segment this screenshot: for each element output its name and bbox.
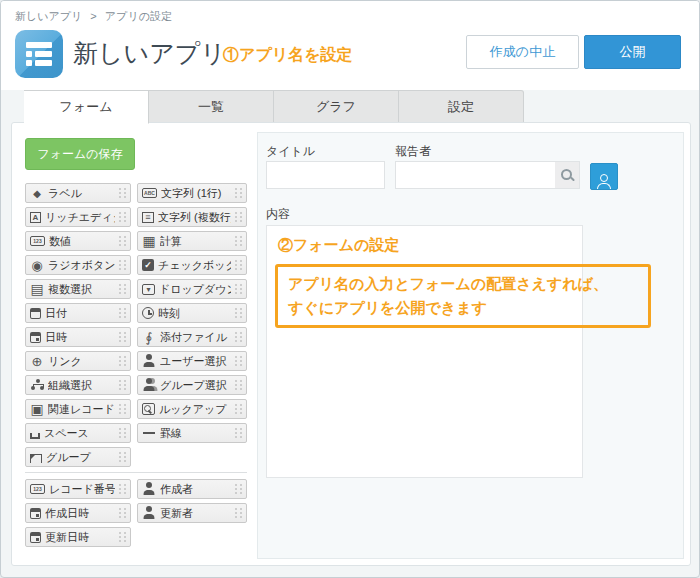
breadcrumb-item-settings[interactable]: アプリの設定	[105, 10, 172, 22]
palette-item[interactable]: ユーザー選択	[137, 351, 247, 371]
palette-item[interactable]: 作成日時	[25, 503, 131, 523]
drag-handle-icon[interactable]	[119, 308, 127, 319]
drag-handle-icon[interactable]	[119, 188, 127, 199]
drag-handle-icon[interactable]	[119, 484, 127, 495]
time-icon	[142, 307, 154, 319]
palette-item-label: レコード番号	[49, 482, 115, 497]
drag-handle-icon[interactable]	[119, 532, 127, 543]
drag-handle-icon[interactable]	[119, 508, 127, 519]
save-form-button[interactable]: フォームの保存	[25, 138, 135, 170]
drag-handle-icon[interactable]	[119, 260, 127, 271]
palette-item[interactable]: 罫線	[137, 423, 247, 443]
palette-item[interactable]: ドロップダウン	[137, 279, 247, 299]
tab-bar: フォーム 一覧 グラフ 設定	[1, 90, 700, 123]
palette-item[interactable]: 組織選択	[25, 375, 131, 395]
link-icon	[30, 354, 44, 368]
palette-item-label: 罫線	[160, 426, 231, 441]
drag-handle-icon[interactable]	[119, 404, 127, 415]
title-field-input[interactable]	[266, 161, 385, 189]
palette-item[interactable]: 数値	[25, 231, 131, 251]
drag-handle-icon[interactable]	[235, 332, 243, 343]
palette-item-label: ラジオボタン	[48, 258, 115, 273]
palette-item[interactable]: 文字列 (複数行)	[137, 207, 247, 227]
annotation-note: アプリ名の入力とフォームの配置さえすれば、 すぐにアプリを公開できます	[275, 264, 651, 328]
drag-handle-icon[interactable]	[235, 404, 243, 415]
app-list-icon[interactable]	[15, 30, 63, 78]
user-select-icon	[142, 354, 156, 368]
drag-handle-icon[interactable]	[119, 380, 127, 391]
palette-item[interactable]: ラベル	[25, 183, 131, 203]
reporter-field	[395, 161, 580, 189]
breadcrumb-item-app[interactable]: 新しいアプリ	[15, 10, 82, 22]
drag-handle-icon[interactable]	[235, 236, 243, 247]
drag-handle-icon[interactable]	[119, 452, 127, 463]
palette-item[interactable]: リンク	[25, 351, 131, 371]
drag-handle-icon[interactable]	[119, 212, 127, 223]
palette-item[interactable]: 作成者	[137, 479, 247, 499]
drag-handle-icon[interactable]	[235, 284, 243, 295]
palette-item-label: 更新者	[160, 506, 231, 521]
creator-icon	[142, 482, 156, 496]
palette-item-label: 日付	[45, 306, 115, 321]
drag-handle-icon[interactable]	[235, 260, 243, 271]
palette-item[interactable]: 計算	[137, 231, 247, 251]
title-field-label: タイトル	[266, 143, 315, 160]
publish-button[interactable]: 公開	[584, 35, 681, 69]
updated-time-icon	[30, 532, 41, 543]
tab-label: フォーム	[60, 99, 113, 114]
palette-item[interactable]: 日時	[25, 327, 131, 347]
dropdown-icon	[142, 284, 155, 295]
tab-graph[interactable]: グラフ	[274, 90, 399, 123]
content-field-textarea[interactable]	[266, 225, 583, 478]
reporter-search-button[interactable]	[555, 162, 579, 188]
drag-handle-icon[interactable]	[235, 484, 243, 495]
drag-handle-icon[interactable]	[119, 428, 127, 439]
palette-item[interactable]: グループ選択	[137, 375, 247, 395]
form-preview-area: タイトル 報告者 内容 ②フォームの設定 アプリ名の入力とフォームの配置さえすれ…	[257, 132, 684, 559]
palette-item-label: スペース	[44, 426, 115, 441]
palette-item[interactable]: チェックボックス	[137, 255, 247, 275]
drag-handle-icon[interactable]	[235, 188, 243, 199]
modifier-icon	[142, 506, 156, 520]
palette-item[interactable]: 複数選択	[25, 279, 131, 299]
palette-item[interactable]: 更新者	[137, 503, 247, 523]
palette-item[interactable]: スペース	[25, 423, 131, 443]
palette-item[interactable]: ラジオボタン	[25, 255, 131, 275]
palette-item[interactable]: 日付	[25, 303, 131, 323]
drag-handle-icon[interactable]	[119, 284, 127, 295]
reporter-field-label: 報告者	[395, 143, 431, 160]
breadcrumb-separator: >	[90, 10, 96, 22]
tab-form[interactable]: フォーム	[24, 90, 149, 124]
tab-list[interactable]: 一覧	[149, 90, 274, 123]
palette-item-label: 文字列 (複数行)	[158, 210, 231, 225]
tab-label: グラフ	[316, 99, 356, 114]
tab-settings[interactable]: 設定	[399, 90, 524, 123]
user-picker-button[interactable]	[590, 163, 618, 190]
palette-item-label: ユーザー選択	[160, 354, 231, 369]
drag-handle-icon[interactable]	[235, 212, 243, 223]
palette-item[interactable]: レコード番号	[25, 479, 131, 499]
palette-item[interactable]: グループ	[25, 447, 131, 467]
palette-item[interactable]: 文字列 (1行)	[137, 183, 247, 203]
drag-handle-icon[interactable]	[119, 356, 127, 367]
drag-handle-icon[interactable]	[235, 308, 243, 319]
palette-item[interactable]: リッチエディター	[25, 207, 131, 227]
reporter-field-input[interactable]	[396, 162, 555, 188]
drag-handle-icon[interactable]	[235, 356, 243, 367]
cancel-creation-button[interactable]: 作成の中止	[466, 35, 579, 69]
drag-handle-icon[interactable]	[235, 428, 243, 439]
drag-handle-icon[interactable]	[119, 236, 127, 247]
palette-item-label: ルックアップ	[159, 402, 231, 417]
drag-handle-icon[interactable]	[235, 380, 243, 391]
palette-item-label: 更新日時	[45, 530, 115, 545]
palette-item-label: 作成者	[160, 482, 231, 497]
palette-item[interactable]: 時刻	[137, 303, 247, 323]
annotation-note-line1: アプリ名の入力とフォームの配置さえすれば、	[288, 275, 608, 292]
palette-item[interactable]: ルックアップ	[137, 399, 247, 419]
palette-item[interactable]: 更新日時	[25, 527, 131, 547]
drag-handle-icon[interactable]	[119, 332, 127, 343]
palette-item-label: 時刻	[158, 306, 231, 321]
palette-item[interactable]: 添付ファイル	[137, 327, 247, 347]
drag-handle-icon[interactable]	[235, 508, 243, 519]
palette-item[interactable]: 関連レコード一覧	[25, 399, 131, 419]
